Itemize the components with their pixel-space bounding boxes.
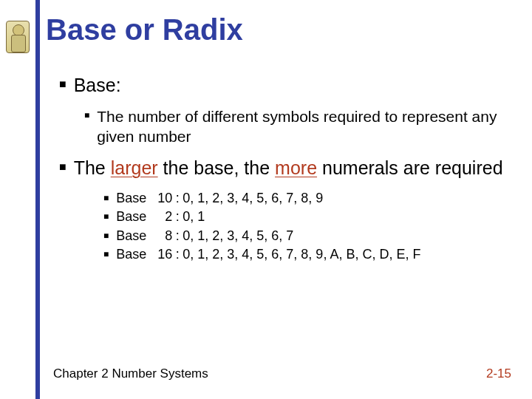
base-row-text: Base10:0, 1, 2, 3, 4, 5, 6, 7, 8, 9 [109, 190, 323, 207]
bullet-larger: ■ The larger the base, the more numerals… [59, 157, 510, 180]
base-number: 16 [151, 246, 172, 263]
slide-title: Base or Radix [46, 13, 243, 47]
base-digits: 0, 1, 2, 3, 4, 5, 6, 7, 8, 9, A, B, C, D… [183, 247, 420, 262]
slide-content: ■ Base: ■ The number of different symbol… [59, 74, 510, 264]
base-row-8: ■ Base8:0, 1, 2, 3, 4, 5, 6, 7 [103, 228, 510, 245]
bullet-base-definition: ■ The number of different symbols requir… [84, 107, 510, 146]
bullet-icon: ■ [84, 107, 89, 120]
bullet-base: ■ Base: [59, 74, 510, 97]
base-digits: 0, 1, 2, 3, 4, 5, 6, 7, 8, 9 [183, 191, 323, 205]
base-digits: 0, 1 [183, 209, 205, 224]
base-row-text: Base2:0, 1 [109, 208, 205, 225]
colon-separator: : [172, 246, 183, 263]
slide: Base or Radix ■ Base: ■ The number of di… [0, 0, 532, 399]
base-number: 2 [151, 208, 172, 225]
decorative-figure [6, 21, 30, 53]
bullet-icon: ■ [59, 157, 66, 173]
chapter-label: Chapter 2 Number Systems [53, 366, 208, 381]
base-row-10: ■ Base10:0, 1, 2, 3, 4, 5, 6, 7, 8, 9 [103, 190, 510, 207]
base-number: 8 [151, 228, 172, 245]
bullet-icon: ■ [103, 228, 109, 240]
colon-separator: : [172, 190, 183, 207]
page-number: 2-15 [486, 366, 511, 381]
bullet-icon: ■ [103, 190, 109, 202]
accent-line [35, 0, 40, 399]
text-fragment: The [74, 157, 111, 178]
base-word: Base [116, 208, 151, 225]
base-digits: 0, 1, 2, 3, 4, 5, 6, 7 [183, 228, 293, 243]
base-word: Base [116, 190, 151, 207]
base-word: Base [116, 246, 151, 263]
text-fragment: numerals are required [317, 157, 503, 178]
base-row-16: ■ Base16:0, 1, 2, 3, 4, 5, 6, 7, 8, 9, A… [103, 246, 510, 263]
emphasis-more: more [275, 157, 317, 178]
emphasis-larger: larger [111, 157, 158, 178]
base-word: Base [116, 228, 151, 245]
colon-separator: : [172, 228, 183, 245]
base-row-text: Base16:0, 1, 2, 3, 4, 5, 6, 7, 8, 9, A, … [109, 246, 420, 263]
base-row-text: Base8:0, 1, 2, 3, 4, 5, 6, 7 [109, 228, 293, 245]
bullet-icon: ■ [59, 74, 66, 90]
bullet-icon: ■ [103, 208, 109, 221]
text-fragment: the base, the [158, 157, 275, 178]
bullet-base-definition-text: The number of different symbols required… [89, 107, 510, 146]
colon-separator: : [172, 208, 183, 225]
base-row-2: ■ Base2:0, 1 [103, 208, 510, 225]
bullet-base-label: Base: [66, 74, 121, 97]
bullet-icon: ■ [103, 246, 109, 259]
base-number: 10 [151, 190, 172, 207]
bullet-larger-text: The larger the base, the more numerals a… [66, 157, 503, 180]
